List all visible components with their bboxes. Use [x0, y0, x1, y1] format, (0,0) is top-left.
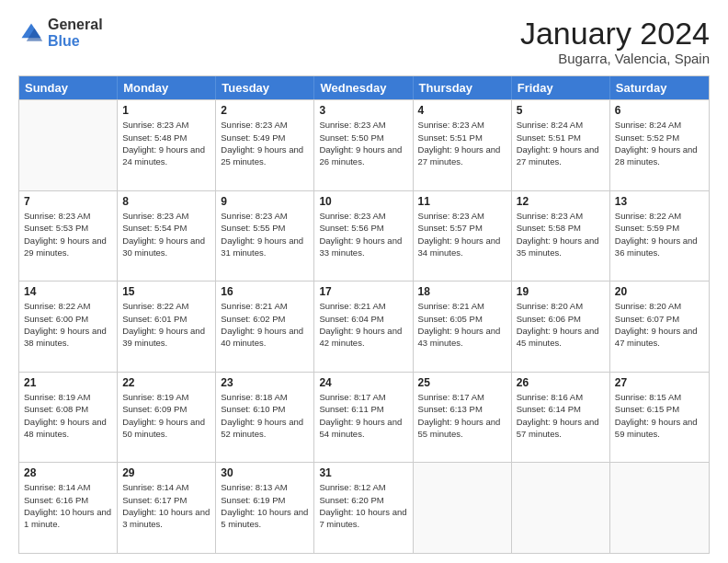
calendar-cell: [610, 463, 709, 553]
day-info: Sunrise: 8:21 AM Sunset: 6:02 PM Dayligh…: [221, 300, 309, 349]
calendar-cell: 26Sunrise: 8:16 AM Sunset: 6:14 PM Dayli…: [512, 373, 610, 463]
day-info: Sunrise: 8:15 AM Sunset: 6:15 PM Dayligh…: [615, 391, 704, 440]
calendar-cell: 30Sunrise: 8:13 AM Sunset: 6:19 PM Dayli…: [216, 463, 314, 553]
day-number: 18: [418, 285, 506, 298]
calendar-cell: 22Sunrise: 8:19 AM Sunset: 6:09 PM Dayli…: [118, 373, 216, 463]
calendar-cell: 3Sunrise: 8:23 AM Sunset: 5:50 PM Daylig…: [314, 100, 413, 190]
day-info: Sunrise: 8:22 AM Sunset: 6:01 PM Dayligh…: [122, 300, 210, 349]
calendar-header: SundayMondayTuesdayWednesdayThursdayFrid…: [19, 76, 709, 99]
day-info: Sunrise: 8:23 AM Sunset: 5:55 PM Dayligh…: [221, 210, 309, 259]
day-number: 24: [319, 376, 407, 389]
day-number: 27: [615, 376, 704, 389]
main-title: January 2024: [520, 17, 710, 51]
calendar-cell: 21Sunrise: 8:19 AM Sunset: 6:08 PM Dayli…: [19, 373, 118, 463]
calendar-cell: 13Sunrise: 8:22 AM Sunset: 5:59 PM Dayli…: [610, 191, 709, 282]
calendar-row: 7Sunrise: 8:23 AM Sunset: 5:53 PM Daylig…: [19, 190, 709, 282]
calendar-cell: [512, 463, 610, 553]
weekday-header: Monday: [118, 76, 216, 99]
calendar-cell: 23Sunrise: 8:18 AM Sunset: 6:10 PM Dayli…: [216, 373, 314, 463]
calendar-cell: [19, 100, 118, 190]
day-info: Sunrise: 8:18 AM Sunset: 6:10 PM Dayligh…: [221, 391, 309, 440]
day-info: Sunrise: 8:22 AM Sunset: 5:59 PM Dayligh…: [615, 210, 704, 259]
day-number: 3: [319, 104, 407, 117]
day-number: 28: [24, 466, 112, 479]
calendar: SundayMondayTuesdayWednesdayThursdayFrid…: [18, 75, 710, 554]
day-number: 7: [24, 195, 112, 208]
day-info: Sunrise: 8:16 AM Sunset: 6:14 PM Dayligh…: [517, 391, 605, 440]
day-info: Sunrise: 8:14 AM Sunset: 6:16 PM Dayligh…: [24, 481, 112, 530]
weekday-header: Friday: [512, 76, 610, 99]
day-number: 31: [319, 466, 407, 479]
calendar-cell: 19Sunrise: 8:20 AM Sunset: 6:06 PM Dayli…: [512, 282, 610, 372]
logo: General Blue: [18, 17, 103, 49]
calendar-cell: 29Sunrise: 8:14 AM Sunset: 6:17 PM Dayli…: [118, 463, 216, 553]
calendar-cell: 9Sunrise: 8:23 AM Sunset: 5:55 PM Daylig…: [216, 191, 314, 282]
calendar-cell: 20Sunrise: 8:20 AM Sunset: 6:07 PM Dayli…: [610, 282, 709, 372]
calendar-row: 21Sunrise: 8:19 AM Sunset: 6:08 PM Dayli…: [19, 372, 709, 463]
day-number: 17: [319, 285, 407, 298]
day-number: 21: [24, 376, 112, 389]
calendar-body: 1Sunrise: 8:23 AM Sunset: 5:48 PM Daylig…: [19, 99, 709, 553]
calendar-cell: 2Sunrise: 8:23 AM Sunset: 5:49 PM Daylig…: [216, 100, 314, 190]
day-info: Sunrise: 8:17 AM Sunset: 6:11 PM Dayligh…: [319, 391, 407, 440]
day-number: 19: [517, 285, 605, 298]
logo-general-label: General: [48, 17, 103, 33]
day-number: 30: [221, 466, 309, 479]
calendar-cell: 15Sunrise: 8:22 AM Sunset: 6:01 PM Dayli…: [118, 282, 216, 372]
day-info: Sunrise: 8:13 AM Sunset: 6:19 PM Dayligh…: [221, 481, 309, 530]
day-info: Sunrise: 8:23 AM Sunset: 5:49 PM Dayligh…: [221, 119, 309, 167]
day-info: Sunrise: 8:24 AM Sunset: 5:51 PM Dayligh…: [517, 119, 605, 167]
weekday-header: Saturday: [610, 76, 709, 99]
calendar-cell: 24Sunrise: 8:17 AM Sunset: 6:11 PM Dayli…: [314, 373, 413, 463]
logo-text: General Blue: [48, 17, 103, 49]
page: General Blue January 2024 Bugarra, Valen…: [0, 0, 728, 563]
day-info: Sunrise: 8:20 AM Sunset: 6:06 PM Dayligh…: [517, 300, 605, 349]
calendar-row: 28Sunrise: 8:14 AM Sunset: 6:16 PM Dayli…: [19, 462, 709, 553]
weekday-header: Wednesday: [314, 76, 413, 99]
calendar-cell: 14Sunrise: 8:22 AM Sunset: 6:00 PM Dayli…: [19, 282, 118, 372]
day-number: 15: [122, 285, 210, 298]
day-number: 29: [122, 466, 210, 479]
calendar-cell: 25Sunrise: 8:17 AM Sunset: 6:13 PM Dayli…: [414, 373, 512, 463]
day-number: 1: [122, 104, 210, 117]
day-info: Sunrise: 8:14 AM Sunset: 6:17 PM Dayligh…: [122, 481, 210, 530]
calendar-cell: 16Sunrise: 8:21 AM Sunset: 6:02 PM Dayli…: [216, 282, 314, 372]
day-number: 5: [517, 104, 605, 117]
weekday-header: Tuesday: [216, 76, 314, 99]
day-info: Sunrise: 8:17 AM Sunset: 6:13 PM Dayligh…: [418, 391, 506, 440]
day-info: Sunrise: 8:19 AM Sunset: 6:09 PM Dayligh…: [122, 391, 210, 440]
calendar-row: 1Sunrise: 8:23 AM Sunset: 5:48 PM Daylig…: [19, 99, 709, 190]
day-info: Sunrise: 8:23 AM Sunset: 5:54 PM Dayligh…: [122, 210, 210, 259]
day-number: 11: [418, 195, 506, 208]
day-number: 22: [122, 376, 210, 389]
calendar-cell: 7Sunrise: 8:23 AM Sunset: 5:53 PM Daylig…: [19, 191, 118, 282]
day-number: 26: [517, 376, 605, 389]
day-info: Sunrise: 8:21 AM Sunset: 6:05 PM Dayligh…: [418, 300, 506, 349]
day-info: Sunrise: 8:23 AM Sunset: 5:48 PM Dayligh…: [122, 119, 210, 167]
day-info: Sunrise: 8:12 AM Sunset: 6:20 PM Dayligh…: [319, 481, 407, 530]
calendar-cell: 5Sunrise: 8:24 AM Sunset: 5:51 PM Daylig…: [512, 100, 610, 190]
calendar-cell: 31Sunrise: 8:12 AM Sunset: 6:20 PM Dayli…: [314, 463, 413, 553]
day-number: 25: [418, 376, 506, 389]
day-number: 20: [615, 285, 704, 298]
day-info: Sunrise: 8:23 AM Sunset: 5:56 PM Dayligh…: [319, 210, 407, 259]
day-info: Sunrise: 8:20 AM Sunset: 6:07 PM Dayligh…: [615, 300, 704, 349]
logo-icon: [18, 20, 44, 46]
weekday-header: Thursday: [414, 76, 512, 99]
calendar-cell: 1Sunrise: 8:23 AM Sunset: 5:48 PM Daylig…: [118, 100, 216, 190]
calendar-cell: 11Sunrise: 8:23 AM Sunset: 5:57 PM Dayli…: [414, 191, 512, 282]
calendar-cell: 17Sunrise: 8:21 AM Sunset: 6:04 PM Dayli…: [314, 282, 413, 372]
subtitle: Bugarra, Valencia, Spain: [520, 51, 710, 66]
calendar-cell: [414, 463, 512, 553]
day-info: Sunrise: 8:19 AM Sunset: 6:08 PM Dayligh…: [24, 391, 112, 440]
day-info: Sunrise: 8:23 AM Sunset: 5:50 PM Dayligh…: [319, 119, 407, 167]
calendar-cell: 4Sunrise: 8:23 AM Sunset: 5:51 PM Daylig…: [414, 100, 512, 190]
day-number: 9: [221, 195, 309, 208]
day-info: Sunrise: 8:24 AM Sunset: 5:52 PM Dayligh…: [615, 119, 704, 167]
day-info: Sunrise: 8:23 AM Sunset: 5:57 PM Dayligh…: [418, 210, 506, 259]
calendar-row: 14Sunrise: 8:22 AM Sunset: 6:00 PM Dayli…: [19, 281, 709, 372]
day-info: Sunrise: 8:23 AM Sunset: 5:53 PM Dayligh…: [24, 210, 112, 259]
calendar-cell: 18Sunrise: 8:21 AM Sunset: 6:05 PM Dayli…: [414, 282, 512, 372]
weekday-header: Sunday: [19, 76, 118, 99]
day-info: Sunrise: 8:23 AM Sunset: 5:51 PM Dayligh…: [418, 119, 506, 167]
